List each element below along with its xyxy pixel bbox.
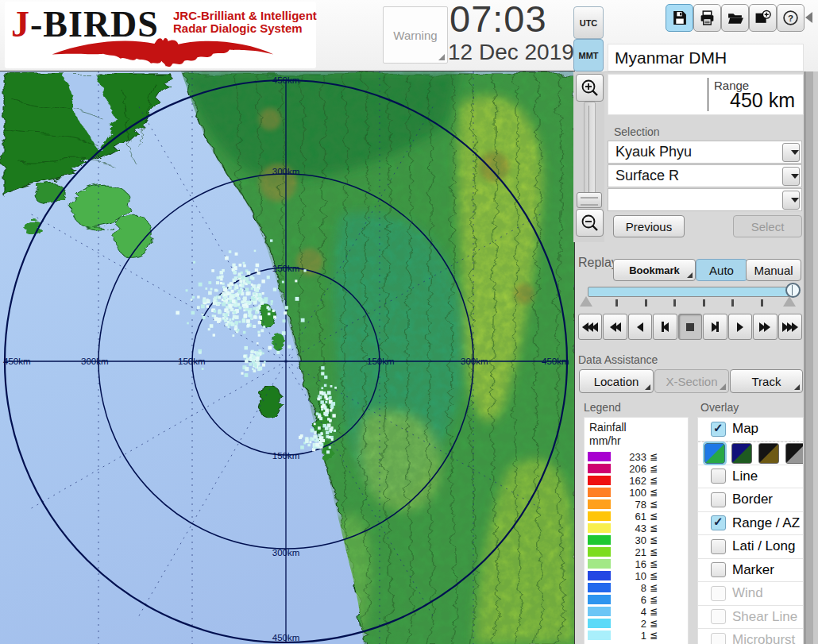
map-style-navy-darkgreen-button[interactable] — [731, 443, 752, 464]
auto-mode-button[interactable]: Auto — [696, 259, 747, 281]
legend-card: Rainfall mm/hr 233≦206≦162≦100≦78≦61≦43≦… — [584, 417, 689, 644]
overlay-row-border: Border — [698, 488, 803, 512]
legend-row: 233≦ — [585, 451, 688, 463]
legend-row: 21≦ — [585, 546, 688, 558]
fast-forward-triple-button[interactable] — [778, 314, 802, 340]
overlay-checkbox-range-az[interactable] — [711, 515, 726, 530]
chevron-down-icon — [791, 174, 799, 179]
overlay-checkbox-map[interactable] — [711, 422, 726, 437]
x-section-button[interactable]: X-Section — [654, 369, 729, 393]
previous-button[interactable]: Previous — [613, 215, 685, 237]
step-forward-icon — [716, 322, 719, 332]
map-style-row — [698, 442, 803, 465]
mmt-toggle-button[interactable]: MMT — [573, 39, 604, 71]
print-button[interactable] — [693, 4, 721, 32]
product-dropdown[interactable]: Surface R — [608, 164, 802, 187]
overlay-checkbox-wind[interactable] — [711, 586, 726, 601]
legend-row: 2≦ — [585, 618, 688, 630]
option-dropdown-button[interactable] — [782, 191, 800, 210]
overlay-item-label: Marker — [732, 562, 774, 578]
zoom-out-button[interactable] — [576, 209, 604, 237]
legend-value: 8 — [608, 582, 646, 594]
fast-rewind-button[interactable] — [603, 314, 627, 340]
stop-button[interactable] — [678, 314, 702, 340]
legend-row: 162≦ — [585, 475, 688, 487]
station-dropdown-button[interactable] — [782, 143, 800, 162]
play-reverse-button[interactable] — [628, 314, 652, 340]
legend-color-swatch — [588, 476, 611, 485]
track-button[interactable]: Track — [730, 369, 803, 393]
help-button[interactable]: ? — [777, 4, 804, 32]
legend-row: 6≦ — [585, 594, 688, 606]
replay-timeline-track[interactable] — [588, 287, 794, 297]
replay-end-marker[interactable] — [783, 296, 796, 307]
product-dropdown-button[interactable] — [782, 167, 800, 186]
overlay-checkbox-border[interactable] — [711, 492, 726, 507]
legend-color-swatch — [588, 595, 611, 604]
legend-unit-line2: mm/hr — [589, 434, 621, 447]
overlay-row-range-az: Range / AZ — [698, 512, 803, 536]
overlay-row-line: Line — [698, 465, 803, 489]
map-zoom-slider-thumb[interactable] — [577, 192, 602, 208]
replay-start-marker[interactable] — [580, 296, 592, 307]
selection-label: Selection — [614, 125, 660, 138]
utc-toggle-button[interactable]: UTC — [573, 6, 604, 39]
timeline-tick — [731, 299, 734, 307]
save-icon — [671, 10, 688, 26]
play-button[interactable] — [728, 314, 752, 340]
legend-color-swatch — [588, 535, 611, 545]
product-dropdown-value: Surface R — [615, 168, 679, 184]
select-button[interactable]: Select — [733, 215, 802, 237]
fast-rewind-triple-icon — [592, 322, 598, 332]
timeline-tick — [761, 299, 763, 307]
legend-row: 16≦ — [585, 558, 688, 570]
legend-lte-symbol: ≦ — [650, 487, 658, 498]
manual-mode-button[interactable]: Manual — [746, 259, 801, 281]
legend-lte-symbol: ≦ — [650, 499, 658, 510]
open-folder-button[interactable] — [721, 4, 749, 32]
auto-label: Auto — [709, 264, 734, 277]
svg-text:300km: 300km — [272, 167, 300, 176]
collapse-panel-arrow-icon[interactable] — [805, 12, 812, 23]
location-button[interactable]: Location — [579, 369, 654, 393]
open-folder-icon — [727, 10, 743, 26]
right-edge-strip[interactable] — [804, 71, 818, 644]
chevron-down-icon — [791, 150, 799, 155]
play-reverse-icon — [637, 322, 643, 332]
map-style-black-gray-button[interactable] — [785, 443, 804, 464]
logo-tagline-2: Radar Dialogic System — [173, 22, 303, 35]
stop-icon — [686, 323, 694, 331]
map-style-blue-green-button[interactable] — [704, 443, 725, 464]
overlay-checkbox-shear-line[interactable] — [711, 609, 726, 624]
overlay-row-marker: Marker — [698, 559, 803, 583]
bookmark-button[interactable]: Bookmark — [613, 259, 696, 281]
legend-value: 162 — [608, 475, 646, 487]
map-style-black-olive-button[interactable] — [758, 443, 779, 464]
bookmark-corner-icon — [687, 272, 693, 278]
step-forward-button[interactable] — [703, 314, 727, 340]
location-label: Location — [594, 375, 639, 388]
legend-lte-symbol: ≦ — [650, 463, 658, 474]
save-button[interactable] — [666, 4, 693, 32]
legend-value: 2 — [608, 618, 646, 630]
fast-rewind-triple-button[interactable] — [578, 314, 602, 340]
option-dropdown[interactable] — [608, 188, 802, 211]
fast-forward-button[interactable] — [753, 314, 777, 340]
legend-lte-symbol: ≦ — [650, 558, 658, 569]
overlay-checkbox-lati-long[interactable] — [711, 539, 726, 554]
radar-map-canvas: 450km 300km 150km 150km 300km 450km 450k… — [0, 71, 574, 644]
legend-value: 21 — [608, 546, 646, 558]
svg-text:450km: 450km — [3, 357, 31, 366]
legend-lte-symbol: ≦ — [650, 511, 658, 522]
add-image-button[interactable] — [749, 4, 777, 32]
zoom-in-button[interactable] — [576, 74, 604, 102]
station-dropdown[interactable]: Kyauk Phyu — [608, 141, 802, 164]
overlay-item-label: Shear Line — [732, 609, 797, 625]
overlay-checkbox-microburst[interactable] — [711, 633, 726, 644]
step-backward-button[interactable] — [653, 314, 677, 340]
clock-time: 07:03 — [450, 0, 547, 40]
overlay-checkbox-line[interactable] — [711, 469, 726, 484]
radar-map[interactable]: 450km 300km 150km 150km 300km 450km 450k… — [0, 71, 574, 644]
warning-button[interactable]: Warning — [383, 6, 448, 64]
overlay-checkbox-marker[interactable] — [711, 562, 726, 577]
